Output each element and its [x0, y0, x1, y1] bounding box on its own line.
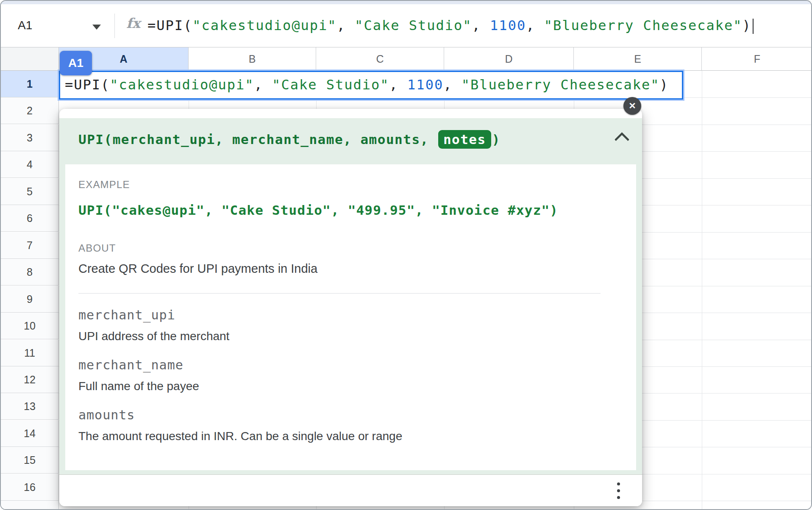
column-header-e[interactable]: E	[574, 47, 702, 71]
kebab-icon	[617, 482, 620, 485]
formula-token-plain: ,	[254, 77, 273, 93]
formula-token-plain: ,	[389, 77, 408, 93]
row-header-15[interactable]: 15	[1, 447, 59, 474]
function-help-popup: UPI(merchant_upi, merchant_name, amounts…	[59, 109, 642, 506]
help-footer	[59, 474, 642, 506]
about-label: ABOUT	[78, 242, 601, 254]
parameter-description: UPI address of the merchant	[78, 329, 601, 344]
kebab-icon	[617, 496, 620, 499]
example-label: EXAMPLE	[78, 179, 601, 191]
formula-token-plain: ,	[472, 17, 490, 33]
formula-token-plain: )	[660, 77, 669, 93]
formula-token-string: "Cake Studio"	[272, 77, 389, 93]
toolbar-divider	[114, 14, 115, 38]
formula-token-plain: ,	[526, 17, 544, 33]
function-signature: UPI(merchant_upi, merchant_name, amounts…	[78, 130, 501, 149]
formula-token-number: 1100	[490, 17, 526, 33]
fx-icon: fx	[126, 15, 140, 31]
formula-token-plain: )	[742, 17, 751, 33]
formula-token-string: "Blueberry Cheesecake"	[462, 77, 660, 93]
select-all-corner[interactable]	[1, 47, 59, 71]
parameter-name: amounts	[78, 407, 601, 423]
row-header-7[interactable]: 7	[1, 232, 59, 259]
parameter-description: The amount requested in INR. Can be a si…	[78, 429, 601, 443]
active-parameter-pill: notes	[438, 130, 491, 149]
sheets-window: A1 fx =UPI("cakestudio@upi", "Cake Studi…	[0, 0, 812, 510]
column-header-d[interactable]: D	[444, 47, 574, 71]
row-header-13[interactable]: 13	[1, 393, 59, 420]
parameter-name: merchant_name	[78, 357, 601, 373]
row-header-5[interactable]: 5	[1, 178, 59, 205]
row-header-12[interactable]: 12	[1, 366, 59, 393]
formula-token-string: "cakestudio@upi"	[110, 77, 254, 93]
row-header-10[interactable]: 10	[1, 313, 59, 339]
cell-editor-a1[interactable]: =UPI("cakestudio@upi", "Cake Studio", 11…	[59, 71, 683, 100]
formula-token-string: "cakestudio@upi"	[192, 17, 336, 33]
window-top-strip	[1, 1, 811, 4]
cell-reference-chip: A1	[60, 51, 92, 75]
formula-token-plain: ,	[337, 17, 355, 33]
more-options-button[interactable]	[609, 481, 628, 500]
row-header-11[interactable]: 11	[1, 340, 59, 366]
row-header-3[interactable]: 3	[1, 125, 59, 151]
formula-bar: A1 fx =UPI("cakestudio@upi", "Cake Studi…	[1, 4, 811, 47]
column-header-f[interactable]: F	[702, 47, 812, 71]
row-header-1[interactable]: 1	[1, 71, 59, 97]
row-header-8[interactable]: 8	[1, 259, 59, 285]
name-box-dropdown-icon[interactable]	[92, 25, 101, 30]
row-header-14[interactable]: 14	[1, 420, 59, 447]
row-header-partial[interactable]	[1, 501, 59, 510]
row-header-16[interactable]: 16	[1, 474, 59, 501]
formula-token-string: "Blueberry Cheesecake"	[544, 17, 742, 33]
formula-token-string: "Cake Studio"	[355, 17, 472, 33]
section-divider	[78, 293, 601, 294]
about-text: Create QR Codes for UPI payments in Indi…	[78, 261, 601, 276]
cell-editor-formula[interactable]: =UPI("cakestudio@upi", "Cake Studio", 11…	[60, 72, 682, 98]
signature-text: )	[492, 132, 501, 147]
name-box[interactable]: A1	[18, 18, 32, 33]
formula-token-number: 1100	[407, 77, 443, 93]
row-header-4[interactable]: 4	[1, 151, 59, 178]
collapse-button[interactable]	[612, 128, 631, 147]
parameter-description: Full name of the payee	[78, 379, 601, 394]
parameter-list: merchant_upiUPI address of the merchantm…	[78, 307, 601, 443]
column-header-c[interactable]: C	[316, 47, 444, 71]
help-content: EXAMPLE UPI("cakes@upi", "Cake Studio", …	[65, 164, 636, 470]
close-icon: ✕	[628, 101, 636, 111]
parameter-name: merchant_upi	[78, 307, 601, 323]
formula-token-plain: ,	[443, 77, 462, 93]
row-header-2[interactable]: 2	[1, 97, 59, 124]
column-header-b[interactable]: B	[189, 47, 316, 71]
chevron-up-icon	[614, 132, 629, 147]
formula-input[interactable]: =UPI("cakestudio@upi", "Cake Studio", 11…	[147, 14, 754, 36]
row-header-6[interactable]: 6	[1, 205, 59, 232]
signature-text: UPI(merchant_upi, merchant_name, amounts…	[78, 132, 437, 147]
kebab-icon	[617, 489, 620, 492]
text-caret	[753, 19, 754, 34]
row-header-9[interactable]: 9	[1, 286, 59, 313]
gridline-vertical	[702, 71, 702, 509]
close-button[interactable]: ✕	[623, 97, 641, 115]
formula-token-plain: =UPI(	[65, 77, 110, 93]
formula-token-plain: =UPI(	[147, 17, 192, 33]
example-code: UPI("cakes@upi", "Cake Studio", "499.95"…	[78, 202, 601, 219]
